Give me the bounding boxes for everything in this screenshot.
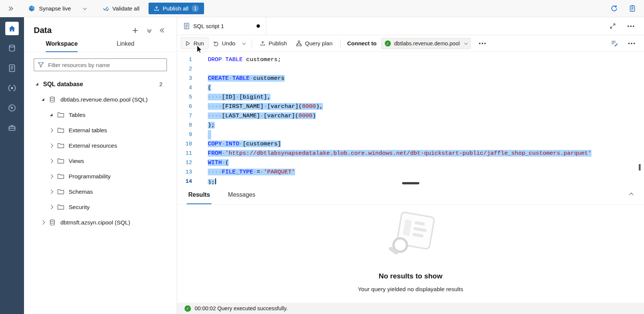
rail-item-develop[interactable]: [5, 61, 19, 75]
query-plan-icon: [296, 40, 302, 46]
script-properties-icon[interactable]: [611, 40, 618, 46]
code-line[interactable]: 7····[LAST_NAME]·[varchar](8000): [177, 111, 644, 121]
expand-menu-icon[interactable]: [8, 7, 12, 10]
expanded-expander-icon[interactable]: [40, 98, 46, 101]
tab-messages[interactable]: Messages: [227, 191, 257, 204]
expanded-expander-icon[interactable]: [34, 83, 40, 85]
publish-icon: [260, 40, 266, 46]
scrollbar-thumb[interactable]: [639, 164, 641, 170]
toolbar-more-icon[interactable]: [479, 43, 486, 44]
tree-item[interactable]: Views: [24, 153, 177, 169]
code-line[interactable]: 3CREATE·TABLE·customers: [177, 74, 644, 83]
tab-results[interactable]: Results: [187, 191, 212, 204]
tree-item-label: Programmability: [69, 173, 111, 180]
pool-selector-chevron: [464, 41, 467, 44]
query-plan-label: Query plan: [305, 40, 332, 46]
collapsed-expander-icon[interactable]: [48, 160, 54, 163]
line-number: 5: [177, 93, 192, 102]
rail-item-home[interactable]: [5, 22, 19, 35]
query-plan-button[interactable]: Query plan: [291, 37, 337, 49]
tree-item[interactable]: Security: [24, 199, 177, 215]
filter-input[interactable]: [47, 61, 163, 69]
empty-results-subtitle: Your query yielded no displayable result…: [358, 286, 463, 293]
data-panel-tabs: Workspace Linked: [24, 37, 177, 52]
resource-tree: SQL database2dbtlabs.revenue.demo.pool (…: [24, 76, 177, 230]
tree-item-label: dbtlabs.revenue.demo.pool (SQL): [60, 96, 148, 103]
code-line[interactable]: 4(: [177, 83, 644, 93]
publish-label: Publish: [269, 40, 287, 46]
panel-resize-handle[interactable]: [402, 182, 419, 184]
integrate-icon: [8, 84, 16, 92]
collapsed-expander-icon[interactable]: [48, 175, 54, 178]
refresh-icon[interactable]: [611, 5, 618, 12]
code-line[interactable]: 2: [177, 64, 644, 74]
code-line[interactable]: 9: [177, 130, 644, 139]
folder-icon: [57, 173, 65, 180]
folder-icon: [57, 142, 65, 149]
validate-all-button[interactable]: Validate all: [103, 5, 140, 12]
tree-item[interactable]: SQL database2: [24, 76, 177, 92]
tab-bar-more-icon[interactable]: [627, 25, 634, 27]
data-icon: [8, 44, 16, 52]
run-label: Run: [194, 40, 204, 46]
line-content: );: [192, 177, 216, 184]
line-number: 1: [177, 55, 192, 64]
undo-button[interactable]: Undo: [209, 37, 240, 49]
collapsed-expander-icon[interactable]: [48, 206, 54, 209]
code-editor[interactable]: 1DROP TABLE customers;23CREATE·TABLE·cus…: [177, 52, 644, 184]
line-number: 13: [177, 167, 192, 177]
code-line[interactable]: 11FROM·'https://dbtlabsynapsedatalake.bl…: [177, 149, 644, 158]
collapsed-expander-icon[interactable]: [48, 190, 54, 193]
tree-item-label: dbtmsft.azsyn.cipool (SQL): [60, 219, 130, 226]
tree-item[interactable]: Programmability: [24, 169, 177, 184]
validate-all-label: Validate all: [113, 5, 140, 12]
rail-item-integrate[interactable]: [5, 81, 19, 95]
tree-item[interactable]: External resources: [24, 138, 177, 153]
line-content: ····[FIRST_NAME]·[varchar](8000),: [192, 102, 323, 111]
line-content: WITH·(: [192, 158, 229, 167]
tab-sql-script-1[interactable]: SQL script 1: [177, 17, 266, 35]
collapse-results-icon[interactable]: [630, 191, 644, 198]
code-line[interactable]: 1DROP TABLE customers;: [177, 55, 644, 64]
text-cursor: [215, 178, 216, 184]
toolbar-overflow-icon[interactable]: [628, 43, 635, 44]
line-content: [192, 130, 211, 139]
rail-item-data[interactable]: [5, 42, 19, 55]
undo-icon: [213, 40, 219, 46]
tree-item[interactable]: Tables: [24, 107, 177, 123]
tab-workspace[interactable]: Workspace: [46, 40, 78, 52]
rail-item-monitor[interactable]: [5, 101, 19, 115]
add-resource-icon[interactable]: [132, 28, 138, 33]
clipboard-icon[interactable]: [629, 5, 636, 12]
tree-item[interactable]: dbtlabs.revenue.demo.pool (SQL): [24, 92, 177, 107]
collapse-panel-icon[interactable]: [161, 29, 165, 32]
code-line[interactable]: 12WITH·(: [177, 158, 644, 167]
tree-item[interactable]: dbtmsft.azsyn.cipool (SQL): [24, 215, 177, 230]
undo-label: Undo: [222, 40, 236, 46]
tree-item[interactable]: Schemas: [24, 184, 177, 199]
code-line[interactable]: 13····FILE_TYPE·=·'PARQUET': [177, 167, 644, 177]
rail-item-manage[interactable]: [5, 121, 19, 135]
publish-button[interactable]: Publish: [255, 37, 291, 49]
run-options-chevron[interactable]: [240, 40, 248, 47]
collapse-all-icon[interactable]: [148, 29, 151, 32]
publish-all-label: Publish all: [163, 5, 188, 12]
code-line[interactable]: 8);: [177, 121, 644, 130]
code-line[interactable]: 5····[ID]·[bigint],: [177, 93, 644, 102]
pool-status-icon: ✓: [385, 40, 391, 46]
line-content: COPY·INTO·[customers]: [192, 139, 281, 149]
collapsed-expander-icon[interactable]: [48, 129, 54, 132]
collapsed-expander-icon[interactable]: [48, 144, 54, 147]
tab-linked[interactable]: Linked: [117, 40, 134, 52]
collapsed-expander-icon[interactable]: [40, 221, 46, 224]
expand-editor-icon[interactable]: [610, 23, 615, 29]
code-line[interactable]: 6····[FIRST_NAME]·[varchar](8000),: [177, 102, 644, 111]
code-line[interactable]: 10COPY·INTO·[customers]: [177, 139, 644, 149]
publish-all-button[interactable]: Publish all 1: [149, 3, 204, 14]
tree-item[interactable]: External tables: [24, 123, 177, 138]
pool-selector[interactable]: ✓ dbtlabs.revenue.demo.pool: [381, 38, 471, 49]
status-message: 00:00:02 Query executed successfully.: [195, 305, 288, 311]
environment-selector[interactable]: Synapse live: [28, 5, 86, 12]
expanded-expander-icon[interactable]: [48, 114, 54, 116]
run-button[interactable]: Run: [181, 37, 209, 49]
